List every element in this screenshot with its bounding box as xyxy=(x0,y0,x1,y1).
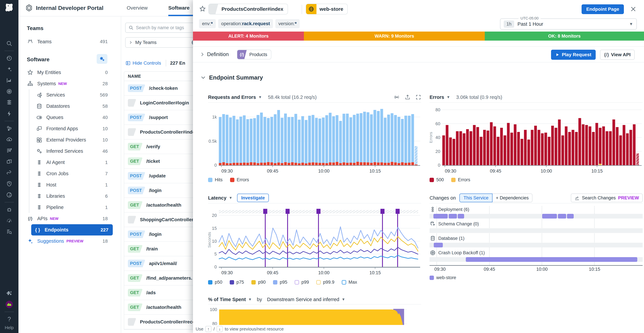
endpoint-row[interactable]: POST/login xyxy=(124,227,193,242)
sidebar-item-pipeline[interactable]: Pipeline1 xyxy=(18,202,121,213)
metrics-icon[interactable] xyxy=(6,77,13,84)
endpoint-row[interactable]: POST/support xyxy=(124,110,193,125)
bolt-icon[interactable] xyxy=(6,110,13,117)
sidebar-item-cron-jobs[interactable]: Cron Jobs7 xyxy=(18,168,121,179)
live-data-icon[interactable] xyxy=(394,94,400,100)
legend-item-errors[interactable]: Errors xyxy=(230,177,249,182)
service-chip[interactable]: web-store xyxy=(306,4,348,14)
org-bars-icon[interactable] xyxy=(6,147,13,154)
change-segment[interactable] xyxy=(434,243,443,248)
compass-icon[interactable] xyxy=(6,191,13,198)
sidebar-item-host[interactable]: Host1 xyxy=(18,179,121,190)
changes-scope-segmented[interactable]: This Service + Dependencies xyxy=(460,194,532,202)
endpoint-row[interactable]: GET/actuator/health xyxy=(124,300,193,315)
entity-search[interactable] xyxy=(125,23,193,33)
endpoint-row[interactable]: POST/update xyxy=(124,169,193,183)
datadog-logo[interactable] xyxy=(4,2,14,13)
close-icon[interactable] xyxy=(630,6,636,12)
legend-item-p50[interactable]: p50 xyxy=(208,280,222,285)
change-row-deployment[interactable]: Deployment (6) xyxy=(430,206,643,213)
sidebar-item-suggestions[interactable]: SuggestionsPREVIEW18 xyxy=(18,236,121,247)
avatar-icon[interactable] xyxy=(6,301,13,308)
link-icon[interactable] xyxy=(6,169,13,176)
latency-dropdown[interactable]: Latency xyxy=(208,195,226,201)
favorite-star-icon[interactable] xyxy=(199,5,206,12)
group-by-dropdown[interactable]: Downstream Service and inferred xyxy=(267,297,339,302)
monitor-segment[interactable]: OK: 8 Monitors xyxy=(485,32,644,40)
my-teams-filter[interactable]: My Teams xyxy=(125,37,193,48)
arrow-down-key[interactable]: ↓ xyxy=(216,326,223,332)
endpoint-row[interactable]: GET/train xyxy=(124,242,193,256)
sparkles-icon[interactable] xyxy=(6,66,13,73)
view-api-button[interactable]: {/} View API xyxy=(600,50,634,60)
change-row-schema[interactable]: Schema Change (0) xyxy=(430,220,643,227)
sidebar-item-teams[interactable]: Teams 491 xyxy=(18,36,121,47)
play-request-button[interactable]: Play Request xyxy=(551,50,596,60)
change-segment[interactable] xyxy=(449,214,457,218)
endpoint-row[interactable]: GET/actuator/health xyxy=(124,198,193,212)
doc-search-icon[interactable] xyxy=(6,228,13,236)
sidebar-item-apis[interactable]: {/}APIsNEW18 xyxy=(18,213,121,224)
change-segment[interactable] xyxy=(558,214,566,218)
target-icon[interactable] xyxy=(6,88,13,95)
my-teams-toggle[interactable] xyxy=(192,40,193,45)
endpoint-row[interactable]: GET/verify xyxy=(124,140,193,154)
api-chip[interactable]: {/} Products xyxy=(237,50,271,60)
legend-item-p95[interactable]: p95 xyxy=(273,280,287,285)
legend-item-hits[interactable]: Hits xyxy=(208,177,223,182)
hide-controls-button[interactable]: Hide Controls xyxy=(126,60,161,66)
endpoint-row[interactable]: ShoppingCartController# xyxy=(124,212,193,227)
puzzle-icon[interactable] xyxy=(6,290,13,297)
endpoint-row[interactable]: GET/ads xyxy=(124,286,193,300)
search-icon[interactable] xyxy=(6,40,13,47)
legend-item-web-store[interactable]: web-store xyxy=(430,275,456,280)
endpoint-page-button[interactable]: Endpoint Page xyxy=(582,4,624,14)
legend-item-p99[interactable]: p99 xyxy=(295,280,309,285)
layers-icon[interactable] xyxy=(6,99,13,106)
change-segment[interactable] xyxy=(466,257,637,262)
shield-icon[interactable] xyxy=(6,180,13,188)
change-row-crashloop[interactable]: Crash Loop Backoff (1) xyxy=(430,250,643,256)
sidebar-item-systems[interactable]: SystemsNEW28 xyxy=(18,78,121,89)
gauge-icon[interactable] xyxy=(6,217,13,224)
sidebar-item-ai-agent[interactable]: AI Agent1 xyxy=(18,157,121,168)
requests-dropdown[interactable]: Requests and Errors xyxy=(208,94,256,100)
legend-item-p90[interactable]: p90 xyxy=(251,280,266,285)
sidebar-item-datastores[interactable]: Datastores58 xyxy=(18,100,121,112)
scope-tag[interactable]: operation:rack.request xyxy=(218,19,273,28)
bug-icon[interactable] xyxy=(6,206,13,213)
change-segment[interactable] xyxy=(434,214,448,218)
investigate-button[interactable]: Investigate xyxy=(237,194,269,202)
scope-tag[interactable]: env:* xyxy=(199,19,216,28)
sidebar-item-endpoints[interactable]: { }Endpoints227 xyxy=(31,224,113,236)
legend-item-p75[interactable]: p75 xyxy=(230,280,244,285)
time-range-picker[interactable]: UTC-05:00 1h Past 1 Hour ▼ xyxy=(500,18,637,30)
endpoint-row[interactable]: GET/find_ad/parameters. xyxy=(124,271,193,286)
monitor-segment[interactable]: ALERT: 4 Monitors xyxy=(193,32,304,40)
endpoint-row[interactable]: LoginController#login xyxy=(124,96,193,110)
endpoint-row[interactable]: POST/login xyxy=(124,183,193,198)
change-row-database[interactable]: Database (1) xyxy=(430,235,643,242)
sidebar-item-frontend-apps[interactable]: Frontend Apps10 xyxy=(18,123,121,134)
cloud-cost-icon[interactable] xyxy=(6,136,13,143)
sidebar-item-libraries[interactable]: Libraries6 xyxy=(18,190,121,202)
tab-overview[interactable]: Overview xyxy=(127,5,148,11)
this-service-segment[interactable]: This Service xyxy=(460,194,492,202)
endpoint-row[interactable]: ProductsController#inde xyxy=(124,125,193,140)
time-spent-dropdown[interactable]: % of Time Spent xyxy=(208,297,246,302)
endpoint-row[interactable]: GET/ticket xyxy=(124,154,193,169)
tab-software[interactable]: Software xyxy=(168,5,190,11)
change-segment[interactable] xyxy=(542,214,557,218)
arrow-up-key[interactable]: ↑ xyxy=(206,326,212,332)
export-icon[interactable] xyxy=(405,94,410,100)
windows-icon[interactable] xyxy=(6,158,13,165)
endpoint-row[interactable]: ProductsController#reco xyxy=(124,315,193,329)
legend-item-errors[interactable]: Errors xyxy=(451,177,470,182)
history-icon[interactable] xyxy=(6,54,13,62)
hexagons-icon[interactable] xyxy=(6,125,13,132)
change-segment[interactable] xyxy=(458,214,464,218)
monitor-segment[interactable]: WARN: 9 Monitors xyxy=(304,32,485,40)
name-column-header[interactable]: NAME xyxy=(124,72,193,81)
endpoint-row[interactable]: POSTapi/v1/email/ xyxy=(124,256,193,271)
search-changes-button[interactable]: Search Changes PREVIEW xyxy=(571,194,643,202)
